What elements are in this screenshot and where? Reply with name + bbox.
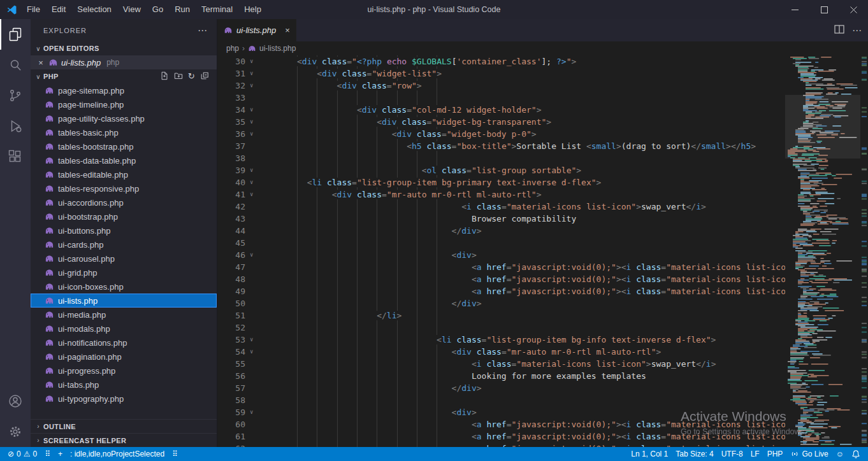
- grid-status-icon-2[interactable]: ⠿: [168, 447, 182, 461]
- code-line-58[interactable]: 58: [217, 394, 785, 406]
- code-line-59[interactable]: 59∨ <div>: [217, 406, 785, 418]
- collapse-all-icon[interactable]: [200, 71, 209, 82]
- close-icon[interactable]: ×: [36, 58, 46, 67]
- file-item-page-utility-classes[interactable]: page-utility-classes.php: [31, 111, 217, 125]
- code-line-46[interactable]: 46∨ <div>: [217, 249, 785, 261]
- problems-status[interactable]: ⊘ 0 ⚠ 0: [4, 447, 41, 461]
- settings-gear-icon[interactable]: [0, 416, 31, 447]
- source-control-icon[interactable]: [0, 80, 31, 111]
- file-item-ui-carousel[interactable]: ui-carousel.php: [31, 252, 217, 266]
- editor-more-actions-icon[interactable]: ⋯: [852, 25, 862, 36]
- file-item-page-sitemap[interactable]: page-sitemap.php: [31, 83, 217, 97]
- indentation-status[interactable]: Tab Size: 4: [672, 447, 717, 461]
- file-item-ui-media[interactable]: ui-media.php: [31, 308, 217, 322]
- menu-edit[interactable]: Edit: [46, 0, 71, 19]
- file-item-tables-data-table[interactable]: tables-data-table.php: [31, 153, 217, 167]
- code-line-35[interactable]: 35∨ <div class="widget-bg-transparent">: [217, 116, 785, 128]
- code-line-49[interactable]: 49 <a href="javascript:void(0);"><i clas…: [217, 285, 785, 297]
- fold-chevron-icon[interactable]: ∨: [245, 128, 267, 140]
- file-item-ui-cards[interactable]: ui-cards.php: [31, 238, 217, 252]
- fold-chevron-icon[interactable]: ∨: [245, 67, 267, 80]
- refresh-icon[interactable]: ↻: [188, 72, 195, 81]
- code-line-41[interactable]: 41∨ <div class="mr-auto mr-0-rtl ml-auto…: [217, 188, 785, 201]
- code-line-39[interactable]: 39∨ <ol class="list-group sortable">: [217, 164, 785, 176]
- add-task-icon[interactable]: +: [54, 447, 66, 461]
- explorer-icon[interactable]: [0, 19, 31, 50]
- file-item-ui-grid[interactable]: ui-grid.php: [31, 266, 217, 280]
- new-file-icon[interactable]: [160, 71, 169, 82]
- split-editor-icon[interactable]: [834, 25, 844, 36]
- file-item-ui-progress[interactable]: ui-progress.php: [31, 364, 217, 378]
- explorer-more-actions-icon[interactable]: ⋯: [198, 25, 208, 36]
- search-icon[interactable]: [0, 50, 31, 80]
- tab-ui-lists-php[interactable]: ui-lists.php ×: [217, 19, 296, 41]
- fold-chevron-icon[interactable]: ∨: [245, 116, 267, 128]
- menu-selection[interactable]: Selection: [71, 0, 117, 19]
- fold-chevron-icon[interactable]: ∨: [245, 334, 267, 346]
- code-line-40[interactable]: 40∨ <li class="list-group-item bg-primar…: [217, 176, 785, 188]
- menu-run[interactable]: Run: [169, 0, 196, 19]
- code-line-53[interactable]: 53∨ <li class="list-group-item bg-info t…: [217, 334, 785, 346]
- file-item-tables-responsive[interactable]: tables-responsive.php: [31, 181, 217, 195]
- menu-view[interactable]: View: [117, 0, 147, 19]
- fold-chevron-icon[interactable]: ∨: [245, 249, 267, 261]
- fold-chevron-icon[interactable]: ∨: [245, 80, 267, 92]
- file-item-page-timeline[interactable]: page-timeline.php: [31, 97, 217, 111]
- code-line-44[interactable]: 44 </div>: [217, 225, 785, 237]
- code-line-42[interactable]: 42 <i class="material-icons list-icon">s…: [217, 201, 785, 213]
- menu-file[interactable]: File: [21, 0, 46, 19]
- code-line-38[interactable]: 38: [217, 152, 785, 164]
- fold-chevron-icon[interactable]: ∨: [245, 55, 267, 67]
- encoding-status[interactable]: UTF-8: [718, 447, 747, 461]
- go-live-button[interactable]: Go Live: [786, 447, 832, 461]
- code-line-57[interactable]: 57 </div>: [217, 382, 785, 394]
- fold-chevron-icon[interactable]: ∨: [245, 164, 267, 176]
- code-line-50[interactable]: 50 </div>: [217, 297, 785, 309]
- code-line-33[interactable]: 33: [217, 92, 785, 104]
- maximize-button[interactable]: [809, 0, 839, 19]
- code-line-47[interactable]: 47 <a href="javascript:void(0);"><i clas…: [217, 261, 785, 273]
- file-item-ui-icon-boxes[interactable]: ui-icon-boxes.php: [31, 280, 217, 294]
- feedback-smiley-icon[interactable]: ☺: [832, 447, 848, 461]
- cursor-position[interactable]: Ln 1, Col 1: [627, 447, 672, 461]
- fold-chevron-icon[interactable]: ∨: [245, 104, 267, 116]
- outline-header[interactable]: › OUTLINE: [31, 419, 217, 433]
- file-item-ui-lists[interactable]: ui-lists.php: [31, 294, 217, 308]
- task-status[interactable]: : idle,idle,noProjectSelected: [66, 447, 168, 461]
- tab-close-icon[interactable]: ×: [285, 25, 290, 35]
- scrollbar[interactable]: [860, 55, 868, 447]
- notifications-bell-icon[interactable]: [848, 447, 864, 461]
- grid-status-icon[interactable]: ⠿: [41, 447, 54, 461]
- code-line-60[interactable]: 60 <a href="javascript:void(0);"><i clas…: [217, 418, 785, 430]
- code-editor[interactable]: 30∨ <div class="<?php echo $GLOBALS['con…: [217, 55, 785, 447]
- extensions-icon[interactable]: [0, 141, 31, 172]
- code-line-36[interactable]: 36∨ <div class="widget-body p-0">: [217, 128, 785, 140]
- open-editors-header[interactable]: ∨ OPEN EDITORS: [31, 41, 217, 55]
- file-item-tables-basic[interactable]: tables-basic.php: [31, 125, 217, 139]
- folder-php-header[interactable]: ∨ PHP ↻: [31, 69, 217, 83]
- code-line-55[interactable]: 55 <i class="material-icons list-icon">s…: [217, 358, 785, 370]
- menu-help[interactable]: Help: [238, 0, 267, 19]
- run-debug-icon[interactable]: [0, 111, 31, 141]
- new-folder-icon[interactable]: [174, 71, 183, 82]
- breadcrumb-folder[interactable]: php: [226, 44, 239, 53]
- fold-chevron-icon[interactable]: ∨: [245, 346, 267, 358]
- code-line-32[interactable]: 32∨ <div class="row">: [217, 80, 785, 92]
- minimize-button[interactable]: [780, 0, 809, 19]
- code-line-43[interactable]: 43 Browser compatibility: [217, 213, 785, 225]
- breadcrumb-file[interactable]: ui-lists.php: [259, 44, 296, 53]
- file-item-ui-typography[interactable]: ui-typography.php: [31, 392, 217, 406]
- code-line-52[interactable]: 52: [217, 322, 785, 334]
- file-item-ui-tabs[interactable]: ui-tabs.php: [31, 378, 217, 392]
- code-line-56[interactable]: 56 Looking for more examples templates: [217, 370, 785, 382]
- menu-go[interactable]: Go: [147, 0, 169, 19]
- file-item-ui-accordions[interactable]: ui-accordions.php: [31, 195, 217, 209]
- eol-status[interactable]: LF: [747, 447, 763, 461]
- file-item-ui-modals[interactable]: ui-modals.php: [31, 322, 217, 336]
- file-item-tables-editable[interactable]: tables-editable.php: [31, 167, 217, 181]
- file-item-ui-notifications[interactable]: ui-notifications.php: [31, 336, 217, 350]
- code-line-45[interactable]: 45: [217, 237, 785, 249]
- screencast-helper-header[interactable]: › SCREENCAST HELPER: [31, 433, 217, 447]
- code-line-31[interactable]: 31∨ <div class="widget-list">: [217, 67, 785, 80]
- code-line-51[interactable]: 51 </li>: [217, 309, 785, 322]
